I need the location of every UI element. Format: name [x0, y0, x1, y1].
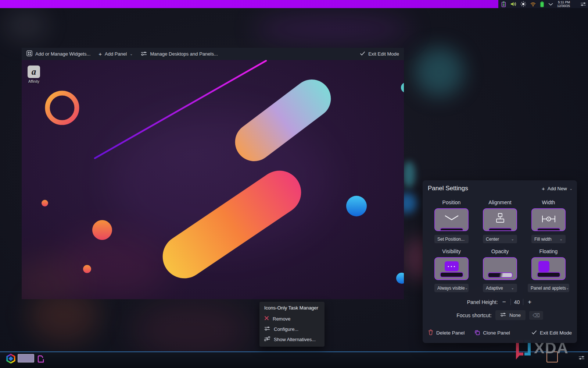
manage-desktops-button[interactable]: Manage Desktops and Panels...	[141, 51, 218, 57]
desktop-root: 5:11 PM 12/30/25 Add or Manage Widgets..…	[0, 0, 588, 368]
add-panel-button[interactable]: + Add Panel ⌄	[98, 51, 133, 57]
alignment-group: Alignment Center ⌄	[483, 199, 517, 231]
panel-settings-dialog: Panel Settings + Add New ⌄ Position Set …	[423, 180, 577, 343]
desktop-icon-affinity[interactable]: a Affinity	[26, 66, 42, 84]
floating-card[interactable]	[531, 257, 566, 280]
brightness-icon[interactable]	[520, 1, 526, 7]
opacity-card[interactable]	[483, 257, 517, 280]
group-label: Visibility	[434, 248, 469, 254]
copy-icon	[474, 330, 480, 336]
panel-height-label: Panel Height:	[467, 299, 498, 305]
width-dropdown[interactable]: Fill width ⌄	[531, 235, 566, 243]
affinity-icon: a	[28, 66, 40, 78]
set-position-button[interactable]: Set Position...	[434, 235, 469, 243]
clock-time: 5:11 PM	[557, 0, 570, 4]
menu-item-show-alternatives[interactable]: Show Alternatives...	[259, 334, 325, 344]
width-arrows-icon	[541, 215, 556, 224]
tooltip-shape: ● ● ●	[445, 261, 459, 271]
chevron-down-icon: ⌄	[511, 286, 514, 290]
widget-context-menu: Icons-Only Task Manager Remove Configure…	[259, 302, 325, 347]
group-label: Opacity	[483, 248, 517, 254]
task-item-active[interactable]	[18, 354, 34, 362]
group-label: Width	[531, 199, 566, 205]
glow-purple-top	[254, 14, 412, 43]
trash-icon	[428, 329, 433, 336]
group-label: Alignment	[483, 199, 517, 205]
manage-desktops-label: Manage Desktops and Panels...	[150, 51, 218, 57]
width-card[interactable]	[531, 208, 566, 231]
mini-panel-shape	[537, 272, 560, 277]
delete-panel-button[interactable]: Delete Panel	[428, 329, 465, 336]
plus-icon: +	[98, 51, 102, 57]
visibility-dropdown[interactable]: Always visible ⌄	[434, 284, 469, 292]
swap-icon	[264, 336, 270, 342]
context-menu-title: Icons-Only Task Manager	[259, 304, 325, 314]
focus-shortcut-label: Focus shortcut:	[456, 312, 492, 318]
add-new-button[interactable]: + Add New ⌄	[542, 186, 573, 191]
exit-edit-mode-button[interactable]: Exit Edit Mode	[531, 330, 572, 336]
battery-icon[interactable]	[540, 1, 544, 7]
align-center-icon	[495, 213, 505, 225]
sliders-icon	[141, 51, 147, 57]
glow-gray-topleft	[3, 8, 49, 42]
width-group: Width Fill width ⌄	[531, 199, 566, 231]
exit-edit-mode-label: Exit Edit Mode	[368, 51, 399, 57]
dialog-footer: Delete Panel Clone Panel Exit Edit Mode	[428, 329, 572, 336]
chevron-down-icon: ⌄	[511, 237, 514, 241]
floating-dropdown[interactable]: Panel and applets ⌄	[528, 284, 569, 292]
system-tray: 5:11 PM 12/30/25	[501, 0, 586, 8]
shortcut-sliders-icon	[500, 312, 506, 318]
opacity-dropdown[interactable]: Adaptive ⌄	[483, 284, 517, 292]
visibility-group: Visibility ● ● ● Always visible ⌄	[434, 248, 469, 280]
focus-shortcut-value: None	[509, 312, 521, 318]
add-new-label: Add New	[548, 186, 567, 191]
sliders-icon	[264, 326, 270, 332]
panel-height-row: Panel Height: − 40 +	[423, 299, 577, 305]
exit-edit-mode-button[interactable]: Exit Edit Mode	[360, 51, 399, 57]
panel-config-icon[interactable]	[580, 2, 586, 7]
add-widgets-label: Add or Manage Widgets...	[35, 51, 90, 57]
clone-panel-button[interactable]: Clone Panel	[474, 330, 510, 336]
mini-panel-shape	[488, 272, 513, 278]
edit-mode-toolbar: Add or Manage Widgets... + Add Panel ⌄ M…	[22, 48, 404, 60]
alignment-card[interactable]	[483, 208, 517, 231]
app-launcher-icon[interactable]	[6, 354, 16, 364]
chevron-down-icon: ⌄	[465, 286, 468, 290]
height-decrease-button[interactable]: −	[501, 299, 507, 305]
clear-shortcut-button[interactable]: ⌫	[529, 311, 543, 320]
wifi-icon[interactable]	[530, 1, 536, 7]
clock-date: 12/30/25	[557, 4, 570, 8]
wallpaper-art	[22, 60, 404, 299]
mini-panel-shape	[488, 228, 512, 231]
focus-shortcut-row: Focus shortcut: None ⌫	[423, 310, 577, 320]
group-label: Floating	[531, 248, 566, 254]
clock-widget[interactable]: 5:11 PM 12/30/25	[557, 0, 570, 8]
glow-teal	[415, 47, 464, 97]
glow-cyan	[403, 161, 415, 188]
visibility-card[interactable]: ● ● ●	[434, 257, 469, 280]
chevron-down-icon: ⌄	[560, 237, 563, 241]
position-card[interactable]	[434, 208, 469, 231]
alignment-dropdown[interactable]: Center ⌄	[483, 235, 517, 243]
floating-panel-shape	[538, 261, 549, 272]
panel-edit-highlight	[0, 0, 498, 8]
group-label: Position	[434, 199, 469, 205]
clipboard-icon[interactable]	[501, 1, 506, 7]
add-widgets-button[interactable]: Add or Manage Widgets...	[26, 50, 90, 57]
volume-icon[interactable]	[510, 1, 517, 7]
panel-config-icon[interactable]	[578, 355, 585, 362]
focus-shortcut-button[interactable]: None	[495, 310, 526, 320]
tray-expand-chevron-icon[interactable]	[548, 3, 553, 6]
mini-panel-shape	[440, 272, 463, 277]
floating-group: Floating Panel and applets ⌄	[531, 248, 566, 280]
desktop-icon-label: Affinity	[26, 79, 42, 84]
opacity-group: Opacity Adaptive ⌄	[483, 248, 517, 280]
widgets-grid-icon	[26, 50, 32, 57]
menu-item-configure[interactable]: Configure...	[259, 324, 325, 334]
menu-item-remove[interactable]: Remove	[259, 314, 325, 324]
chevron-down-icon	[444, 215, 459, 222]
mini-panel-shape	[537, 228, 560, 231]
panel-height-value[interactable]: 40	[514, 299, 520, 305]
folder-icon[interactable]	[37, 354, 48, 365]
height-increase-button[interactable]: +	[527, 299, 533, 305]
